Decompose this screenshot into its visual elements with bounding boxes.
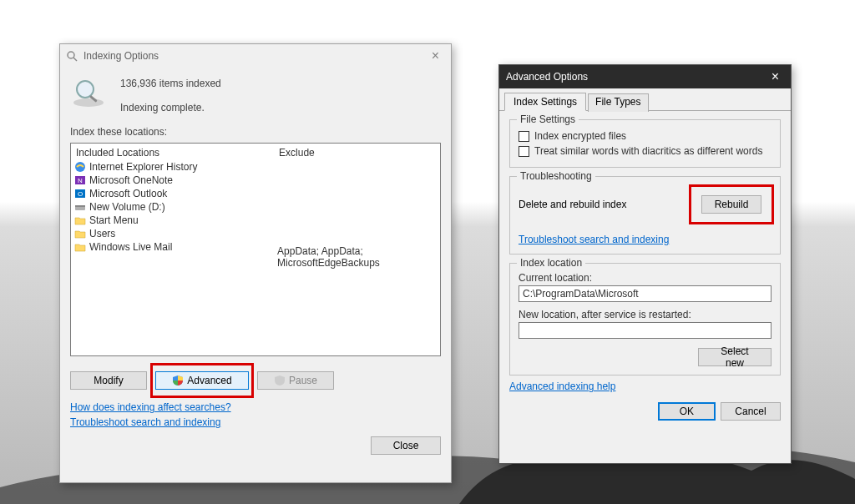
group-legend: Index location (517, 257, 585, 269)
ie-icon (74, 161, 86, 173)
status-text: Indexing complete. (120, 100, 221, 116)
svg-rect-11 (75, 205, 85, 207)
checkbox-icon[interactable] (519, 131, 529, 142)
current-location-label: Current location: (519, 272, 772, 285)
tab-strip: Index Settings File Types (499, 88, 791, 111)
rebuild-highlight: Rebuild (691, 187, 772, 222)
advanced-button-label: Advanced (187, 375, 231, 386)
exclude-text: AppData; AppData; MicrosoftEdgeBackups (277, 160, 437, 269)
list-item[interactable]: OMicrosoft Outlook (74, 187, 271, 200)
items-indexed-text: 136,936 items indexed (120, 76, 221, 92)
close-icon[interactable]: × (425, 48, 446, 63)
list-item-label: Microsoft OneNote (89, 174, 173, 186)
close-button[interactable]: Close (371, 436, 441, 455)
status-row: 136,936 items indexed Indexing complete. (60, 68, 451, 119)
pause-button-label: Pause (289, 375, 317, 386)
title-bar[interactable]: Indexing Options × (60, 44, 451, 68)
svg-line-1 (73, 58, 77, 61)
advanced-button[interactable]: Advanced (155, 371, 249, 390)
svg-point-2 (73, 98, 104, 107)
indexing-icon (65, 49, 78, 63)
list-item[interactable]: Internet Explorer History (74, 160, 271, 174)
indexing-options-dialog: Indexing Options × 136,936 items indexed… (59, 43, 452, 483)
list-item[interactable]: New Volume (D:) (74, 200, 271, 214)
list-item[interactable]: NMicrosoft OneNote (74, 174, 271, 187)
list-item-label: Microsoft Outlook (89, 188, 167, 199)
delete-rebuild-label: Delete and rebuild index (519, 199, 626, 210)
shield-icon (274, 375, 286, 386)
magnifier-icon (70, 76, 107, 109)
locations-listbox[interactable]: Included Locations Internet Explorer His… (70, 143, 441, 356)
tab-file-types[interactable]: File Types (588, 93, 648, 112)
new-location-field[interactable] (519, 322, 772, 339)
advanced-help-link[interactable]: Advanced indexing help (499, 379, 625, 394)
checkbox-icon[interactable] (519, 146, 529, 157)
list-item[interactable]: Windows Live Mail (74, 240, 271, 254)
list-item-label: Start Menu (89, 214, 139, 226)
checkbox-label: Index encrypted files (534, 130, 626, 142)
svg-text:O: O (78, 190, 83, 198)
locations-label: Index these locations: (60, 119, 451, 143)
tab-index-settings[interactable]: Index Settings (504, 93, 586, 111)
encrypted-checkbox-row[interactable]: Index encrypted files (519, 129, 772, 144)
onenote-icon: N (74, 174, 86, 186)
list-item-label: Users (89, 228, 115, 239)
indexing-affect-link[interactable]: How does indexing affect searches? (60, 400, 241, 415)
exclude-header: Exclude (277, 145, 437, 160)
current-location-field[interactable]: C:\ProgramData\Microsoft (519, 285, 772, 302)
outlook-icon: O (74, 188, 86, 199)
title-bar[interactable]: Advanced Options × (499, 65, 791, 88)
svg-point-0 (68, 52, 74, 58)
troubleshoot-link[interactable]: Troubleshoot search and indexing (60, 415, 230, 430)
modify-button[interactable]: Modify (70, 371, 147, 390)
folder-icon (74, 228, 86, 239)
drive-icon (74, 201, 86, 213)
list-item-label: New Volume (D:) (89, 201, 165, 213)
svg-text:N: N (78, 177, 83, 184)
file-settings-group: File Settings Index encrypted files Trea… (509, 119, 781, 168)
select-new-button[interactable]: Select new (698, 348, 772, 366)
checkbox-label: Treat similar words with diacritics as d… (534, 145, 762, 157)
index-location-group: Index location Current location: C:\Prog… (509, 263, 781, 375)
advanced-options-dialog: Advanced Options × Index Settings File T… (498, 64, 792, 464)
group-legend: File Settings (517, 113, 579, 125)
troubleshooting-group: Troubleshooting Delete and rebuild index… (509, 176, 781, 255)
ok-button[interactable]: OK (658, 402, 716, 421)
folder-icon (74, 214, 86, 226)
svg-point-3 (77, 81, 94, 98)
window-title: Advanced Options (506, 71, 766, 83)
svg-point-5 (75, 162, 85, 172)
pause-button: Pause (257, 371, 334, 390)
list-item-label: Windows Live Mail (89, 241, 172, 253)
window-title: Indexing Options (83, 50, 425, 62)
troubleshoot-link[interactable]: Troubleshoot search and indexing (519, 234, 669, 245)
list-item-label: Internet Explorer History (89, 161, 197, 173)
close-icon[interactable]: × (766, 69, 784, 84)
list-item[interactable]: Start Menu (74, 214, 271, 227)
shield-icon (172, 375, 184, 386)
rebuild-button[interactable]: Rebuild (701, 195, 761, 214)
group-legend: Troubleshooting (517, 170, 595, 182)
included-header: Included Locations (74, 145, 271, 160)
advanced-highlight: Advanced (152, 365, 252, 396)
folder-icon (74, 241, 86, 253)
new-location-label: New location, after service is restarted… (519, 309, 772, 322)
diacritics-checkbox-row[interactable]: Treat similar words with diacritics as d… (519, 144, 772, 159)
cancel-button[interactable]: Cancel (721, 402, 781, 421)
list-item[interactable]: Users (74, 227, 271, 240)
